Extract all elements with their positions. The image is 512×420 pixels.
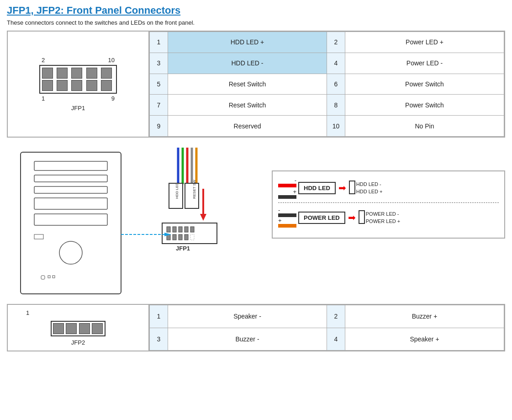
pin-numbers-bottom: 1 9 [39, 95, 117, 102]
pin-label: Power LED - [345, 53, 504, 74]
table-row: 7 Reset Switch 8 Power Switch [150, 95, 504, 116]
jfp2-connector-diagram: 1 JFP2 [8, 305, 149, 351]
pin-label: Reset Switch [168, 95, 327, 116]
plug-body [349, 181, 355, 194]
pin-cell [53, 323, 64, 334]
jfp2-pin1-label: 1 [12, 309, 29, 316]
power-plus-sign: + [278, 217, 296, 224]
arrow-right-icon2: ➡ [348, 212, 356, 223]
pin-cell [79, 323, 90, 334]
table-row: 5 Reset Switch 6 Power Switch [150, 74, 504, 95]
pin-cell [101, 68, 112, 79]
subtitle: These connectors connect to the switches… [7, 19, 505, 26]
hdd-connector-top: HDD LED - [356, 181, 383, 188]
pin-label: Power Switch [345, 74, 504, 95]
jfp2-label: JFP2 [71, 339, 85, 346]
pin-num: 1 [150, 32, 168, 53]
hdd-led-row: - + HDD LED ➡ HDD LED - HDD LED + [278, 177, 499, 199]
pin-label: Speaker - [168, 305, 327, 328]
pin-label: HDD LED + [168, 32, 327, 53]
pin-cell [57, 80, 68, 91]
svg-marker-21 [200, 214, 206, 221]
pin-bottom-right: 9 [111, 95, 115, 102]
dashed-divider [278, 202, 499, 203]
pin-num: 2 [327, 305, 345, 328]
power-connector-bottom: POWER LED + [366, 218, 401, 225]
pin-cell [71, 68, 82, 79]
power-minus-sign: - [278, 207, 296, 213]
svg-rect-23 [167, 227, 170, 232]
svg-text:HDD LED: HDD LED [175, 183, 179, 199]
svg-rect-22 [162, 223, 217, 244]
computer-illustration: HDD LED RESET SW JFP1 [7, 143, 263, 298]
svg-text:RESET SW: RESET SW [192, 180, 196, 199]
svg-rect-2 [34, 175, 107, 182]
pin-num: 1 [150, 305, 168, 328]
power-led-box: POWER LED [298, 212, 345, 224]
svg-rect-18 [185, 183, 199, 208]
pin-num: 10 [327, 116, 345, 137]
power-led-row: - + POWER LED ➡ POWER LED - POWER LED + [278, 207, 499, 229]
hdd-led-box: HDD LED [298, 182, 336, 194]
power-connector-top: POWER LED - [366, 210, 401, 218]
table-row: 3 Buzzer - 4 Speaker + [150, 328, 504, 351]
pin-cell [101, 80, 112, 91]
power-wires: - + [278, 207, 296, 229]
pin-label: Reserved [168, 116, 327, 137]
power-connector-plug: POWER LED - POWER LED + [359, 210, 401, 225]
connector2-grid [51, 321, 106, 336]
svg-rect-31 [185, 234, 188, 240]
pin-label: Power Switch [345, 95, 504, 116]
table-row: 3 HDD LED - 4 Power LED - [150, 53, 504, 74]
svg-rect-7 [41, 276, 45, 279]
svg-rect-27 [190, 227, 194, 232]
computer-svg: HDD LED RESET SW JFP1 [7, 143, 263, 298]
pin-label: No Pin [345, 116, 504, 137]
svg-rect-4 [34, 198, 107, 209]
hdd-minus-sign: - [278, 177, 296, 184]
svg-rect-10 [34, 234, 43, 239]
pin-cell [86, 68, 97, 79]
svg-rect-9 [53, 276, 55, 278]
svg-rect-26 [185, 227, 188, 232]
pin-num: 4 [327, 328, 345, 351]
pin-label: Speaker + [345, 328, 504, 351]
svg-rect-32 [190, 234, 194, 240]
pin-num: 9 [150, 116, 168, 137]
pin-cell [57, 68, 68, 79]
illustration-section: HDD LED RESET SW JFP1 [7, 143, 505, 298]
pin-cell [42, 68, 53, 79]
pin-label: HDD LED - [168, 53, 327, 74]
jfp2-pin-table: 1 Speaker - 2 Buzzer + 3 Buzzer - 4 Spea… [149, 305, 504, 351]
pin-num: 2 [327, 32, 345, 53]
page-title: JFP1, JFP2: Front Panel Connectors [7, 5, 505, 16]
pin-top-right: 10 [108, 57, 115, 64]
pin-num: 4 [327, 53, 345, 74]
connector-grid [39, 65, 117, 94]
jfp1-section: 2 10 1 9 JFP1 1 HDD LED [7, 31, 505, 138]
hdd-wires: - + [278, 177, 296, 199]
wire-red [278, 184, 296, 187]
table-row: 1 HDD LED + 2 Power LED + [150, 32, 504, 53]
pin-num: 6 [327, 74, 345, 95]
svg-rect-1 [34, 161, 107, 170]
pin-num: 3 [150, 328, 168, 351]
pin-cell [92, 323, 103, 334]
arrow-right-icon: ➡ [338, 182, 346, 193]
pin-cell [86, 80, 97, 91]
pin-num: 3 [150, 53, 168, 74]
svg-rect-30 [179, 234, 182, 240]
led-diagram: - + HDD LED ➡ HDD LED - HDD LED + [272, 170, 505, 239]
svg-rect-3 [34, 186, 107, 193]
jfp1-label: JFP1 [71, 105, 85, 112]
power-connector-labels: POWER LED - POWER LED + [366, 210, 401, 225]
pin-num: 5 [150, 74, 168, 95]
pin-num: 7 [150, 95, 168, 116]
jfp1-pin-table: 1 HDD LED + 2 Power LED + 3 HDD LED - 4 … [149, 32, 504, 137]
svg-rect-25 [179, 227, 182, 232]
svg-rect-8 [48, 276, 50, 278]
pin-cell [71, 80, 82, 91]
pin-cell [42, 80, 53, 91]
pin-bottom-left: 1 [42, 95, 45, 102]
table-row: 9 Reserved 10 No Pin [150, 116, 504, 137]
